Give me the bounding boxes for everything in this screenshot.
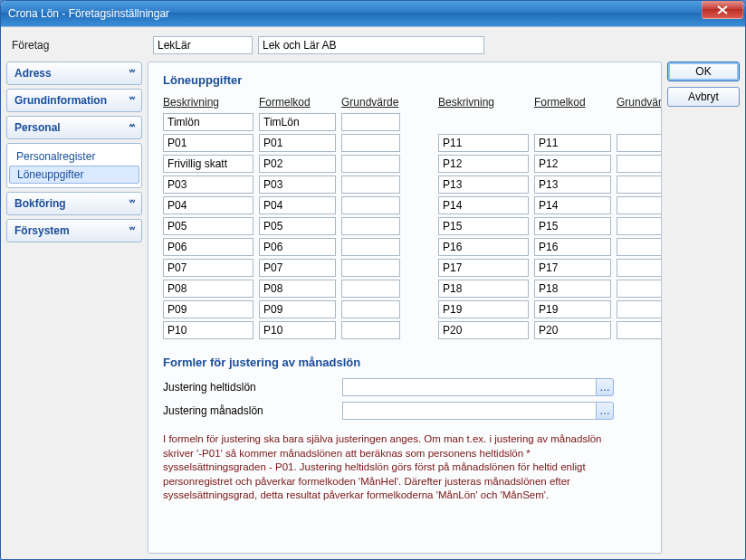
sidebar-item-adress[interactable]: Adress ˅˅: [6, 62, 142, 85]
desc-cell[interactable]: P13: [438, 176, 529, 194]
desc-cell[interactable]: P15: [438, 217, 529, 235]
base-cell[interactable]: [617, 176, 662, 194]
code-cell[interactable]: P08: [259, 280, 336, 298]
desc-cell[interactable]: P11: [438, 134, 529, 152]
code-cell[interactable]: P15: [534, 217, 611, 235]
fulltime-row: Justering heltidslön …: [163, 378, 646, 396]
cancel-button[interactable]: Avbryt: [667, 87, 740, 107]
base-cell[interactable]: [617, 196, 662, 214]
code-cell[interactable]: P10: [259, 321, 336, 339]
fulltime-input[interactable]: [342, 378, 596, 396]
ok-button[interactable]: OK: [667, 62, 740, 81]
base-cell[interactable]: [341, 238, 400, 256]
desc-cell[interactable]: Timlön: [163, 113, 253, 131]
desc-cell[interactable]: P07: [163, 259, 253, 277]
code-cell[interactable]: P11: [534, 134, 611, 152]
desc-cell[interactable]: P17: [438, 259, 529, 277]
base-cell[interactable]: [341, 259, 400, 277]
base-cell[interactable]: [617, 134, 662, 152]
col-head-desc: Beskrivning: [163, 96, 253, 110]
code-cell[interactable]: TimLön: [259, 113, 336, 131]
code-cell[interactable]: P20: [534, 321, 611, 339]
code-cell[interactable]: P05: [259, 217, 336, 235]
code-cell[interactable]: P06: [259, 238, 336, 256]
desc-cell[interactable]: P18: [438, 280, 529, 298]
base-cell[interactable]: [341, 196, 400, 214]
sidebar-item-grundinformation[interactable]: Grundinformation ˅˅: [6, 89, 142, 112]
desc-cell[interactable]: P08: [163, 280, 253, 298]
col-head-desc-2: Beskrivning: [438, 96, 529, 110]
code-cell[interactable]: P09: [259, 300, 336, 318]
monthly-combo: …: [342, 402, 614, 420]
close-button[interactable]: [702, 1, 743, 19]
code-cell[interactable]: P19: [534, 300, 611, 318]
col-head-code-2: Formelkod: [534, 96, 611, 110]
col-head-base: Grundvärde: [341, 96, 400, 110]
chevron-down-icon: ˅˅: [129, 69, 134, 79]
desc-cell[interactable]: Frivillig skatt: [163, 155, 253, 173]
loneuppgifter-grid: Beskrivning Formelkod Grundvärde Beskriv…: [163, 96, 646, 339]
fulltime-combo: …: [342, 378, 614, 396]
desc-cell[interactable]: P09: [163, 300, 253, 318]
desc-cell[interactable]: P03: [163, 176, 253, 194]
base-cell[interactable]: [617, 280, 662, 298]
monthly-row: Justering månadslön …: [163, 402, 646, 420]
desc-cell[interactable]: P04: [163, 196, 253, 214]
base-cell[interactable]: [617, 259, 662, 277]
desc-cell[interactable]: P12: [438, 155, 529, 173]
base-cell[interactable]: [341, 155, 400, 173]
fulltime-picker-button[interactable]: …: [596, 378, 614, 396]
sidebar-item-label: Grundinformation: [14, 94, 107, 107]
monthly-input[interactable]: [342, 402, 596, 420]
code-cell[interactable]: P04: [259, 196, 336, 214]
app-window: Crona Lön - Företagsinställningar Företa…: [0, 0, 746, 560]
desc-cell[interactable]: P10: [163, 321, 253, 339]
code-cell[interactable]: P12: [534, 155, 611, 173]
code-cell[interactable]: P17: [534, 259, 611, 277]
desc-cell[interactable]: P20: [438, 321, 529, 339]
base-cell[interactable]: [617, 217, 662, 235]
titlebar-buttons: [702, 1, 745, 26]
base-cell[interactable]: [341, 113, 400, 131]
base-cell[interactable]: [341, 280, 400, 298]
base-cell[interactable]: [341, 176, 400, 194]
base-cell[interactable]: [341, 134, 400, 152]
sidebar-item-loneuppgifter[interactable]: Löneuppgifter: [9, 166, 139, 184]
code-cell[interactable]: P13: [534, 176, 611, 194]
desc-cell[interactable]: P06: [163, 238, 253, 256]
help-text: I formeln för justering ska bara själva …: [163, 432, 634, 503]
desc-cell[interactable]: P05: [163, 217, 253, 235]
base-cell[interactable]: [617, 155, 662, 173]
base-cell[interactable]: [617, 321, 662, 339]
chevron-down-icon: ˅˅: [129, 199, 134, 209]
company-name-input[interactable]: [258, 36, 484, 54]
sidebar-item-forsystem[interactable]: Försystem ˅˅: [6, 219, 142, 242]
code-cell[interactable]: P02: [259, 155, 336, 173]
code-cell[interactable]: P07: [259, 259, 336, 277]
code-cell[interactable]: P16: [534, 238, 611, 256]
base-cell[interactable]: [341, 321, 400, 339]
sidebar-item-personalregister[interactable]: Personalregister: [7, 147, 141, 166]
close-icon: [717, 5, 728, 14]
desc-cell[interactable]: P19: [438, 300, 529, 318]
sidebar-item-label: Adress: [14, 67, 52, 80]
ellipsis-icon: …: [599, 381, 610, 394]
sidebar-item-bokforing[interactable]: Bokföring ˅˅: [6, 192, 142, 215]
base-cell[interactable]: [341, 217, 400, 235]
sidebar-item-label: Personal: [14, 121, 61, 134]
code-cell[interactable]: P03: [259, 176, 336, 194]
sidebar-item-personal[interactable]: Personal ˄˄: [6, 116, 142, 139]
base-cell[interactable]: [341, 300, 400, 318]
code-cell[interactable]: P18: [534, 280, 611, 298]
base-cell[interactable]: [617, 238, 662, 256]
sidebar-item-label: Personalregister: [16, 150, 95, 163]
desc-cell[interactable]: P16: [438, 238, 529, 256]
base-cell[interactable]: [617, 300, 662, 318]
code-cell[interactable]: P14: [534, 196, 611, 214]
code-cell[interactable]: P01: [259, 134, 336, 152]
desc-cell[interactable]: P01: [163, 134, 253, 152]
monthly-picker-button[interactable]: …: [596, 402, 614, 420]
desc-cell[interactable]: P14: [438, 196, 529, 214]
company-code-input[interactable]: [153, 36, 253, 54]
formula-section-title: Formler för justering av månadslön: [163, 356, 646, 369]
